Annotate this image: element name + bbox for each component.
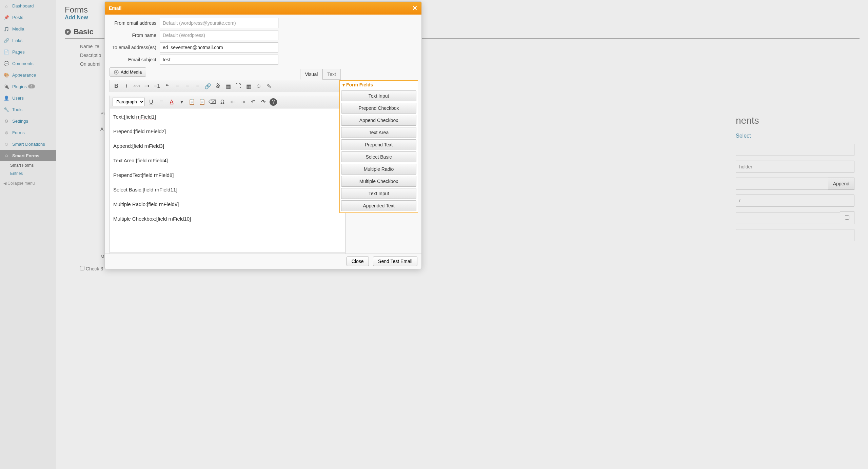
- link-icon[interactable]: 🔗: [204, 82, 212, 90]
- italic-icon[interactable]: I: [123, 82, 130, 90]
- editor-line: Prepend:[field rnField2]: [113, 128, 342, 135]
- editor-line: Append:[field rnField3]: [113, 142, 342, 149]
- strike-icon[interactable]: ABC: [133, 82, 140, 90]
- special-char-icon[interactable]: Ω: [219, 98, 226, 106]
- more-icon[interactable]: ▦: [224, 82, 232, 90]
- align-center-icon[interactable]: ≡: [184, 82, 191, 90]
- ff-text-area[interactable]: Text Area: [341, 127, 416, 138]
- tab-visual[interactable]: Visual: [300, 69, 322, 80]
- undo-icon[interactable]: ↶: [249, 98, 257, 106]
- media-add-icon: [114, 70, 119, 75]
- editor-line: Select Basic:[field rnField11]: [113, 186, 342, 193]
- underline-icon[interactable]: U: [147, 98, 155, 106]
- modal-title: Email: [109, 5, 121, 11]
- ff-append-checkbox[interactable]: Append Checkbox: [341, 115, 416, 126]
- bold-icon[interactable]: B: [113, 82, 120, 90]
- to-address-input[interactable]: [160, 42, 278, 53]
- ff-text-input[interactable]: Text Input: [341, 90, 416, 101]
- line0-prefix: Text:[field: [113, 114, 136, 120]
- email-modal: Email ✕ From email address From name To …: [104, 1, 422, 269]
- form-fields-panel: Form Fields Text Input Prepend Checkbox …: [339, 80, 418, 213]
- editor-line: Multiple Checkbox:[field rnField10]: [113, 215, 342, 222]
- from-name-input[interactable]: [160, 30, 278, 40]
- blockquote-icon[interactable]: ❝: [163, 82, 171, 90]
- ff-multiple-checkbox[interactable]: Multiple Checkbox: [341, 176, 416, 187]
- indent-icon[interactable]: ⇥: [239, 98, 246, 106]
- format-select[interactable]: Paragraph: [113, 98, 145, 106]
- editor-toolbar-row2: Paragraph U ≡ A ▾ 📋 📋 ⌫ Ω ⇤ ⇥ ↶ ↷ ?: [110, 96, 346, 108]
- paste-word-icon[interactable]: 📋: [198, 98, 206, 106]
- from-name-label: From name: [110, 33, 160, 38]
- editor-tabs: Visual Text: [300, 69, 341, 80]
- editor-wrapper: Add Media: [110, 67, 417, 77]
- outdent-icon[interactable]: ⇤: [229, 98, 236, 106]
- bullet-list-icon[interactable]: ≡•: [143, 82, 151, 90]
- modal-header[interactable]: Email ✕: [105, 2, 421, 15]
- fullscreen-icon[interactable]: ⛶: [235, 82, 242, 90]
- to-address-label: To email address(es): [110, 45, 160, 50]
- editor-toolbar-row1: B I ABC ≡• ≡1 ❝ ≡ ≡ ≡ 🔗 ⛓ ▦ ⛶ ▦ ☺ ✎: [110, 80, 346, 92]
- subject-input[interactable]: [160, 55, 278, 65]
- ff-text-input-2[interactable]: Text Input: [341, 188, 416, 199]
- form-fields-header[interactable]: Form Fields: [340, 81, 418, 89]
- dropdown-icon[interactable]: ▾: [178, 98, 185, 106]
- line0-token: rnField1: [136, 114, 155, 120]
- unlink-icon[interactable]: ⛓: [214, 82, 222, 90]
- editor-line: Multiple Radio:[field rnField9]: [113, 201, 342, 208]
- tab-text[interactable]: Text: [322, 69, 341, 80]
- emoji-icon[interactable]: ☺: [255, 82, 262, 90]
- ff-appended-text[interactable]: Appended Text: [341, 200, 416, 211]
- close-button[interactable]: Close: [347, 257, 369, 266]
- align-right-icon[interactable]: ≡: [194, 82, 201, 90]
- editor-content[interactable]: Text:[field rnField1] Prepend:[field rnF…: [110, 108, 346, 252]
- add-media-button[interactable]: Add Media: [110, 67, 146, 77]
- ff-prepend-checkbox[interactable]: Prepend Checkbox: [341, 103, 416, 114]
- from-address-input[interactable]: [160, 18, 278, 28]
- justify-icon[interactable]: ≡: [158, 98, 165, 106]
- from-address-label: From email address: [110, 20, 160, 26]
- number-list-icon[interactable]: ≡1: [153, 82, 161, 90]
- text-color-icon[interactable]: A: [168, 98, 175, 106]
- add-media-label: Add Media: [121, 69, 142, 75]
- kitchen-sink-icon[interactable]: ▦: [245, 82, 252, 90]
- clear-format-icon[interactable]: ⌫: [209, 98, 216, 106]
- paste-text-icon[interactable]: 📋: [188, 98, 196, 106]
- modal-body: From email address From name To email ad…: [105, 15, 421, 253]
- edit-icon[interactable]: ✎: [265, 82, 273, 90]
- align-left-icon[interactable]: ≡: [174, 82, 181, 90]
- redo-icon[interactable]: ↷: [259, 98, 267, 106]
- ff-select-basic[interactable]: Select Basic: [341, 151, 416, 162]
- ff-multiple-radio[interactable]: Multiple Radio: [341, 164, 416, 175]
- editor-line: PrependText[field rnField8]: [113, 171, 342, 179]
- modal-footer: Close Send Test Email: [105, 253, 421, 269]
- help-icon[interactable]: ?: [270, 98, 277, 106]
- line0-suffix: ]: [155, 114, 156, 120]
- close-icon[interactable]: ✕: [412, 4, 417, 12]
- editor-line: Text Area:[field rnField4]: [113, 157, 342, 164]
- svg-point-1: [116, 71, 117, 73]
- ff-prepend-text[interactable]: Prepend Text: [341, 139, 416, 150]
- subject-label: Email subject: [110, 57, 160, 62]
- send-test-email-button[interactable]: Send Test Email: [373, 257, 417, 266]
- editor-path-bar: Path: p: [110, 252, 346, 253]
